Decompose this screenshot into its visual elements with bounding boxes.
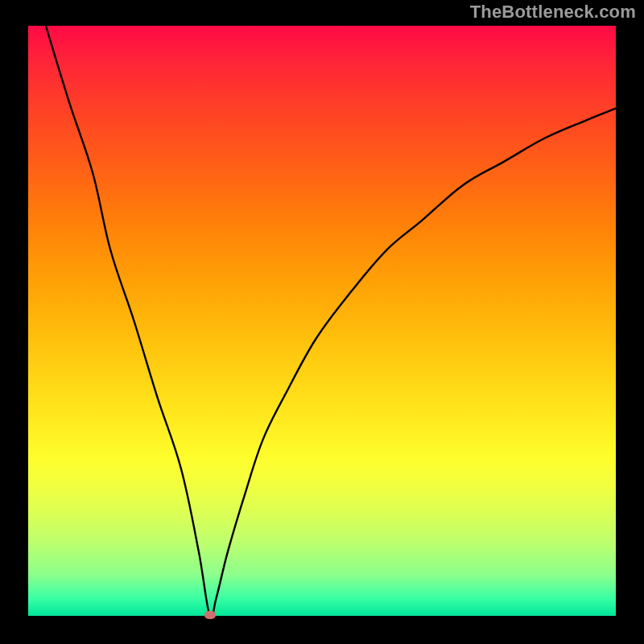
curve-path (46, 26, 616, 616)
minimum-marker (204, 611, 216, 619)
bottleneck-curve (28, 26, 616, 616)
plot-area (28, 26, 616, 616)
watermark-text: TheBottleneck.com (470, 2, 636, 23)
chart-frame: TheBottleneck.com (0, 0, 644, 644)
